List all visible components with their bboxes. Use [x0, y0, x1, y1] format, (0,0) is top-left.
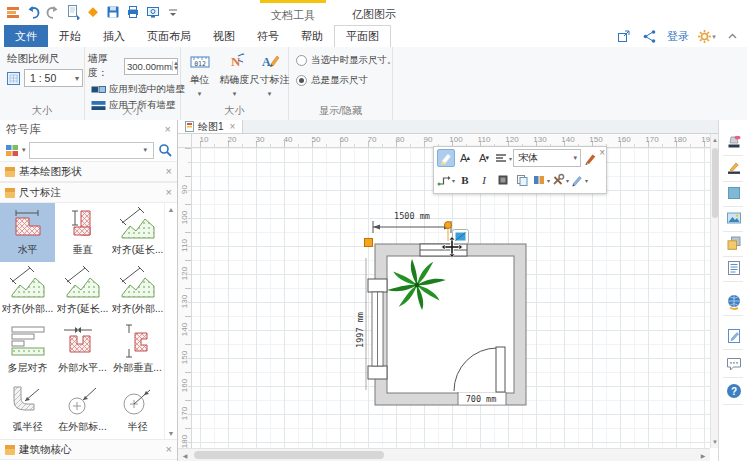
comment-button[interactable]	[724, 354, 743, 373]
scale-combo[interactable]: 1 : 50 ▾	[24, 69, 83, 87]
app-title: 亿图图示	[352, 7, 396, 22]
close-icon[interactable]: ×	[599, 147, 605, 158]
drawing-canvas[interactable]: 1500 mm	[192, 148, 710, 448]
note-button[interactable]	[724, 326, 743, 345]
chevron-down-icon[interactable]: ▾	[22, 146, 26, 154]
format-paint-button[interactable]	[724, 132, 743, 151]
scroll-right-icon[interactable]: ▶	[696, 449, 710, 461]
chevron-down-icon[interactable]: ▾	[233, 90, 237, 98]
symbol-outer-vertical[interactable]: 外部垂直...	[110, 321, 165, 380]
tab-help[interactable]: 帮助	[290, 25, 334, 47]
tab-view[interactable]: 视图	[202, 25, 246, 47]
tab-home[interactable]: 开始	[48, 25, 92, 47]
print-preview-button[interactable]	[144, 3, 161, 20]
connector-button[interactable]: ▾	[437, 171, 455, 189]
app-menu-button[interactable]	[4, 3, 21, 20]
symbol-aligned-ext-1[interactable]: 对齐(延长...	[110, 203, 165, 262]
section-building-core[interactable]: 建筑物核心 ×	[0, 439, 177, 460]
horizontal-scrollbar[interactable]: ◀ ▶	[178, 448, 710, 461]
tab-file[interactable]: 文件	[4, 25, 48, 47]
font-increase-button[interactable]: A▴	[456, 149, 474, 167]
dim-anno-button[interactable]: A尺寸标注▾	[254, 51, 286, 98]
apply-selected-walls-button[interactable]: 应用到选中的墙壁	[91, 83, 180, 96]
qat-dropdown-button[interactable]	[164, 3, 181, 20]
dimension-left[interactable]: 1997 mm	[355, 258, 366, 390]
print-button[interactable]	[124, 3, 141, 20]
symbol-search-input[interactable]	[29, 142, 155, 159]
chevron-down-icon[interactable]: ▾	[268, 90, 272, 98]
precision-button[interactable]: N精确度▾	[219, 51, 251, 98]
tab-symbol[interactable]: 符号	[246, 25, 290, 47]
font-select[interactable]: 宋体▾	[513, 149, 581, 167]
dimension-top[interactable]: 1500 mm	[373, 211, 451, 233]
scroll-left-icon[interactable]: ◀	[178, 449, 192, 461]
scroll-up-icon[interactable]: ▲	[165, 203, 177, 215]
app-logo-button[interactable]	[84, 3, 101, 20]
symbol-horizontal[interactable]: 水平	[0, 203, 55, 262]
wall-thickness-input[interactable]: 300.00mm ▲ ▼	[124, 58, 178, 75]
edit-pen-button[interactable]: ▾	[570, 171, 588, 189]
collapse-ribbon-button[interactable]	[724, 28, 741, 45]
italic-button[interactable]: I	[475, 171, 493, 189]
tab-page-layout[interactable]: 页面布局	[136, 25, 202, 47]
chevron-down-icon[interactable]: ▾	[143, 146, 147, 154]
import-file-button[interactable]	[64, 3, 81, 20]
tab-insert[interactable]: 插入	[92, 25, 136, 47]
scrollbar-thumb[interactable]	[194, 451, 384, 459]
symbol-aligned-ext-2[interactable]: 对齐(延长...	[55, 262, 110, 321]
tab-floor-plan[interactable]: 平面图	[334, 25, 391, 47]
redo-button[interactable]	[44, 3, 61, 20]
spin-down-icon[interactable]: ▼	[173, 66, 179, 71]
symbol-radius[interactable]: 半径	[110, 380, 165, 439]
pen-style-button[interactable]	[724, 158, 743, 177]
library-collection-icon[interactable]	[5, 144, 19, 157]
chevron-down-icon[interactable]: ▾	[198, 90, 202, 98]
symbol-outer-horizontal[interactable]: 外部水平...	[55, 321, 110, 380]
export-button[interactable]	[615, 28, 632, 45]
symbol-multi-align[interactable]: 多层对齐	[0, 321, 55, 380]
selection-handles[interactable]	[365, 222, 452, 247]
help-button[interactable]: ?	[724, 381, 743, 400]
symbol-outer-mark[interactable]: 在外部标...	[55, 380, 110, 439]
quick-action-button[interactable]	[453, 230, 469, 244]
unit-button[interactable]: 012单位▾	[184, 51, 216, 98]
close-icon[interactable]: ×	[230, 122, 236, 132]
close-icon[interactable]: ×	[166, 166, 172, 177]
save-button[interactable]	[104, 3, 121, 20]
scroll-down-icon[interactable]: ▼	[165, 427, 177, 439]
always-show-radio[interactable]: 总是显示尺寸	[296, 74, 392, 87]
section-basic-shapes[interactable]: 基本绘图形状 ×	[0, 161, 177, 182]
layers-button[interactable]	[724, 233, 743, 252]
fill-color-button[interactable]	[494, 171, 512, 189]
undo-button[interactable]	[24, 3, 41, 20]
web-globe-button[interactable]	[724, 292, 743, 311]
style-brush-button[interactable]	[582, 149, 600, 167]
tools-button[interactable]: ▾	[551, 171, 569, 189]
login-button[interactable]: 登录	[667, 29, 689, 44]
close-icon[interactable]: ×	[165, 124, 171, 135]
library-scrollbar[interactable]: ▲ ▼	[164, 203, 177, 439]
align-menu-button[interactable]: ▾	[494, 149, 512, 167]
outline-button[interactable]	[724, 258, 743, 277]
insert-picture-button[interactable]	[724, 208, 743, 227]
theme-color-button[interactable]: ▾	[532, 171, 550, 189]
close-icon[interactable]: ×	[166, 444, 172, 455]
symbol-arc-radius[interactable]: 弧半径	[0, 380, 55, 439]
close-icon[interactable]: ×	[166, 187, 172, 198]
bold-button[interactable]: B	[456, 171, 474, 189]
document-tab[interactable]: 绘图1 ×	[178, 120, 243, 133]
fill-swatch-button[interactable]	[724, 183, 743, 202]
font-decrease-button[interactable]: A▾	[475, 149, 493, 167]
copy-style-button[interactable]	[513, 171, 531, 189]
search-icon[interactable]	[158, 143, 172, 157]
group-show-hide: 当选中时显示尺寸。 总是显示尺寸 显示/隐藏	[289, 47, 393, 120]
section-dimensioning[interactable]: 尺寸标注 ×	[0, 182, 177, 203]
show-when-selected-radio[interactable]: 当选中时显示尺寸。	[296, 54, 392, 67]
settings-gear-button[interactable]: ▾	[698, 28, 715, 45]
symbol-aligned-out-1[interactable]: 对齐(外部...	[0, 262, 55, 321]
vertical-scrollbar[interactable]: ▲ ▼	[710, 134, 718, 448]
format-painter-button[interactable]	[437, 149, 455, 167]
symbol-vertical[interactable]: 垂直	[55, 203, 110, 262]
symbol-aligned-out-2[interactable]: 对齐(外部...	[110, 262, 165, 321]
share-button[interactable]	[641, 28, 658, 45]
